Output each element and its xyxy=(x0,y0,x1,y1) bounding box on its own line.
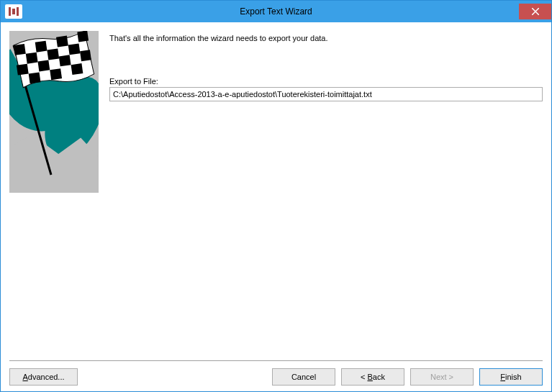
content-pane: That's all the information the wizard ne… xyxy=(109,31,543,360)
svg-rect-6 xyxy=(77,31,89,42)
svg-rect-7 xyxy=(26,53,38,64)
window-title: Export Text Wizard xyxy=(1,6,551,17)
svg-rect-12 xyxy=(59,55,71,66)
svg-rect-15 xyxy=(50,68,62,80)
svg-rect-8 xyxy=(47,49,59,60)
wizard-window: Export Text Wizard xyxy=(0,0,552,392)
intro-text: That's all the information the wizard ne… xyxy=(109,34,543,42)
cancel-button[interactable]: Cancel xyxy=(272,368,335,386)
export-file-label-text: Export to File: xyxy=(109,77,158,86)
svg-rect-10 xyxy=(17,64,29,76)
back-button[interactable]: < Back xyxy=(341,368,404,386)
checkered-flag-icon xyxy=(9,31,99,193)
svg-rect-3 xyxy=(14,44,26,55)
app-icon xyxy=(5,4,22,19)
next-button: Next > xyxy=(410,368,474,386)
button-bar: Advanced... Cancel < Back Next > Finish xyxy=(9,360,543,386)
svg-rect-13 xyxy=(80,50,91,61)
finish-button[interactable]: Finish xyxy=(479,368,543,386)
wizard-illustration xyxy=(9,31,99,193)
svg-rect-16 xyxy=(71,63,83,75)
titlebar: Export Text Wizard xyxy=(1,1,551,22)
svg-rect-5 xyxy=(56,36,68,47)
advanced-button[interactable]: Advanced... xyxy=(9,368,78,386)
wizard-body: That's all the information the wizard ne… xyxy=(1,22,551,391)
export-file-input[interactable] xyxy=(109,87,543,101)
close-button[interactable] xyxy=(519,4,551,19)
svg-rect-4 xyxy=(35,41,47,53)
svg-rect-14 xyxy=(29,72,41,83)
export-file-label: Export to File: xyxy=(109,77,543,86)
svg-rect-9 xyxy=(68,43,81,55)
svg-rect-11 xyxy=(37,60,50,71)
close-icon xyxy=(532,8,539,15)
